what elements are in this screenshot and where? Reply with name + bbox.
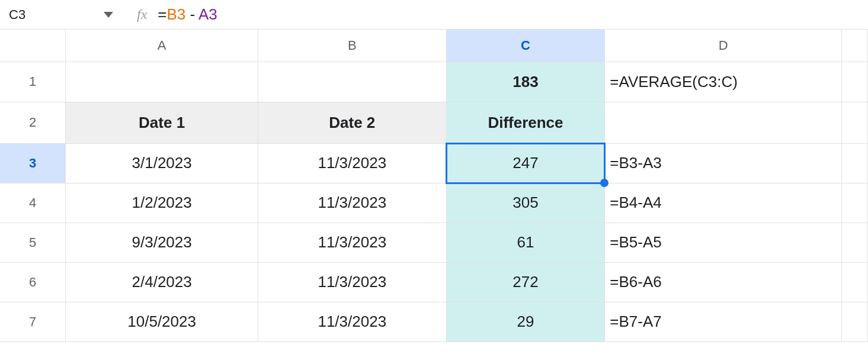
formula-ref-a3: A3 (198, 5, 217, 23)
col-header-E[interactable] (842, 30, 868, 62)
cell-C1[interactable]: 183 (446, 62, 605, 102)
row-header-3[interactable]: 3 (0, 143, 66, 183)
cell-A6[interactable]: 2/4/2023 (66, 262, 258, 302)
cell-C4[interactable]: 305 (446, 183, 605, 223)
col-header-D[interactable]: D (605, 30, 842, 62)
col-header-B[interactable]: B (258, 30, 446, 62)
cell-B6[interactable]: 11/3/2023 (258, 262, 446, 302)
cell-E4[interactable] (842, 183, 868, 223)
formula-ref-b3: B3 (167, 5, 186, 23)
cell-D1[interactable]: =AVERAGE(C3:C) (605, 62, 842, 102)
cell-C6[interactable]: 272 (446, 262, 605, 302)
cell-A5[interactable]: 9/3/2023 (66, 223, 258, 262)
name-box-dropdown-icon[interactable] (104, 12, 113, 18)
col-header-C[interactable]: C (446, 30, 605, 62)
formula-bar: C3 fx =B3 - A3 (0, 0, 868, 30)
cell-D5[interactable]: =B5-A5 (605, 223, 842, 262)
cell-B4[interactable]: 11/3/2023 (258, 183, 446, 223)
cell-A2[interactable]: Date 1 (66, 102, 258, 143)
formula-equals: = (158, 5, 166, 23)
spreadsheet-grid: A B C D 1 183 =AVERAGE(C3:C) 2 Date 1 Da… (0, 30, 868, 342)
cell-C5[interactable]: 61 (446, 223, 605, 262)
cell-D4[interactable]: =B4-A4 (605, 183, 842, 223)
cell-B7[interactable]: 11/3/2023 (258, 302, 446, 342)
row-header-4[interactable]: 4 (0, 183, 66, 223)
cell-A1[interactable] (66, 62, 258, 102)
cell-E7[interactable] (842, 302, 868, 342)
cell-B3[interactable]: 11/3/2023 (258, 143, 446, 183)
cell-C7[interactable]: 29 (446, 302, 605, 342)
cell-E6[interactable] (842, 262, 868, 302)
cell-E2[interactable] (842, 102, 868, 143)
row-header-6[interactable]: 6 (0, 262, 66, 302)
fx-icon: fx (137, 7, 147, 22)
cell-D3[interactable]: =B3-A3 (605, 143, 842, 183)
cell-A4[interactable]: 1/2/2023 (66, 183, 258, 223)
cell-B5[interactable]: 11/3/2023 (258, 223, 446, 262)
cell-D7[interactable]: =B7-A7 (605, 302, 842, 342)
cell-D6[interactable]: =B6-A6 (605, 262, 842, 302)
formula-input[interactable]: =B3 - A3 (158, 5, 217, 24)
cell-C3-value: 247 (513, 154, 538, 172)
cell-E5[interactable] (842, 223, 868, 262)
select-all-corner[interactable] (0, 30, 66, 62)
cell-B2[interactable]: Date 2 (258, 102, 446, 143)
cell-E3[interactable] (842, 143, 868, 183)
name-box[interactable]: C3 (6, 7, 80, 22)
row-header-5[interactable]: 5 (0, 223, 66, 262)
cell-E1[interactable] (842, 62, 868, 102)
col-header-A[interactable]: A (66, 30, 258, 62)
row-header-2[interactable]: 2 (0, 102, 66, 143)
formula-operator: - (185, 5, 198, 23)
cell-D2[interactable] (605, 102, 842, 143)
fill-handle[interactable] (600, 179, 608, 187)
cell-C3[interactable]: 247 (446, 143, 605, 183)
row-header-1[interactable]: 1 (0, 62, 66, 102)
cell-C2[interactable]: Difference (446, 102, 605, 143)
cell-A3[interactable]: 3/1/2023 (66, 143, 258, 183)
cell-A7[interactable]: 10/5/2023 (66, 302, 258, 342)
row-header-7[interactable]: 7 (0, 302, 66, 342)
cell-B1[interactable] (258, 62, 446, 102)
